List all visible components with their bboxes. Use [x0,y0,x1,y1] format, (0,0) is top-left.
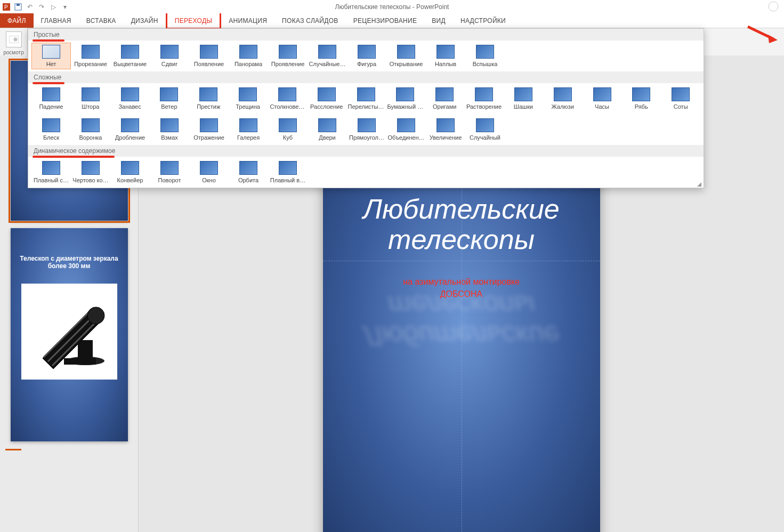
transition-дробление[interactable]: Дробление [110,116,150,143]
transition-падение[interactable]: Падение [31,85,71,112]
transition-thumb-icon [200,45,218,59]
transition-объединен[interactable]: Объединен… [386,116,426,143]
transition-прямоугол[interactable]: Прямоугол… [347,116,386,143]
transition-соты[interactable]: Соты [661,85,700,112]
transition-label: Рябь [635,103,648,110]
transition-воронка[interactable]: Воронка [71,116,110,143]
transition-блеск[interactable]: Блеск [31,116,71,143]
window-help-icon[interactable] [768,1,779,12]
transition-ветер[interactable]: Ветер [149,85,189,112]
transition-label: Трещина [236,103,260,110]
transition-label: Чертово ко… [72,177,108,183]
transition-орбита[interactable]: Орбита [229,159,268,186]
tab-transitions[interactable]: ПЕРЕХОДЫ [166,12,221,29]
transition-бумажный[interactable]: Бумажный … [385,85,425,112]
transition-label: Шашки [514,103,533,110]
gallery-header-complex-text: Сложные [34,74,61,81]
transition-thumb-icon [42,118,60,132]
thumbnail-slide-3-edge[interactable] [5,449,21,453]
transition-двери[interactable]: Двери [308,116,347,143]
transition-label: Столкнове… [270,103,304,110]
transition-открывание[interactable]: Открывание [386,43,426,69]
transition-проявление[interactable]: Проявление [268,43,308,69]
transition-thumb-icon [82,87,100,101]
slideshow-start-icon[interactable]: ▷ [49,3,58,11]
transition-взмах[interactable]: Взмах [150,116,189,143]
transition-перелисты[interactable]: Перелисты… [346,85,386,112]
transition-thumb-icon [279,45,297,59]
transition-растворение[interactable]: Растворение [464,85,504,112]
main-slide[interactable]: Любительские телескопы на азимутальной м… [323,173,600,532]
transition-thumb-icon [160,87,178,101]
tab-home[interactable]: ГЛАВНАЯ [34,13,79,28]
qat-dropdown-icon[interactable]: ▾ [61,3,69,11]
transition-столкнове[interactable]: Столкнове… [268,85,307,112]
transition-label: Сдвиг [161,61,177,67]
transition-label: Шторa [82,103,99,110]
transition-label: Орбита [238,177,258,183]
transition-появление[interactable]: Появление [189,43,229,69]
tab-insert[interactable]: ВСТАВКА [79,13,124,28]
transition-label: Прорезание [74,61,107,67]
transition-сдвиг[interactable]: Сдвиг [150,43,189,69]
transition-престиж[interactable]: Престиж [189,85,228,112]
undo-icon[interactable]: ↶ [26,3,34,11]
save-icon[interactable] [14,3,22,11]
thumbnail-slide-2[interactable]: Телескоп с диаметром зеркала более 300 м… [11,228,128,441]
transition-галерея[interactable]: Галерея [229,116,268,143]
gallery-header-complex: Сложные [28,71,704,83]
transition-label: Выцветание [114,61,147,67]
transition-случайный[interactable]: Случайный [465,116,505,143]
redo-icon[interactable]: ↷ [37,3,46,11]
transition-label: Объединен… [387,134,424,141]
transition-label: Вспышка [473,61,498,67]
preview-group[interactable]: росмотр [0,28,28,59]
transition-увеличение[interactable]: Увеличение [426,116,465,143]
transition-наплыв[interactable]: Наплыв [426,43,465,69]
transition-рябь[interactable]: Рябь [621,85,661,112]
transitions-gallery: Простые НетПрорезаниеВыцветаниеСдвигПояв… [28,28,704,188]
transition-чертовоко[interactable]: Чертово ко… [71,159,110,186]
tab-view[interactable]: ВИД [424,13,453,28]
transition-label: Жалюзи [552,103,574,110]
transition-label: Галерея [237,134,260,141]
tab-design[interactable]: ДИЗАЙН [124,13,166,28]
transition-плавныйв[interactable]: Плавный в… [268,159,308,186]
transition-случайные[interactable]: Случайные… [308,43,347,69]
transition-трещина[interactable]: Трещина [228,85,268,112]
tab-file[interactable]: ФАЙЛ [0,13,34,28]
tab-review[interactable]: РЕЦЕНЗИРОВАНИЕ [346,13,425,28]
transition-куб[interactable]: Куб [268,116,308,143]
transition-расслоение[interactable]: Расслоение [307,85,346,112]
transition-оригами[interactable]: Оригами [425,85,464,112]
transition-вспышка[interactable]: Вспышка [465,43,505,69]
transition-thumb-icon [239,45,257,59]
transition-жалюзи[interactable]: Жалюзи [543,85,583,112]
transition-thumb-icon [475,87,493,101]
tab-addins[interactable]: НАДСТРОЙКИ [453,13,513,28]
transition-конвейер[interactable]: Конвейер [110,159,150,186]
transition-панорама[interactable]: Панорама [229,43,268,69]
transition-thumb-icon [239,118,257,132]
transition-label: Куб [283,134,293,141]
transition-фигура[interactable]: Фигура [347,43,386,69]
transition-thumb-icon [318,118,336,132]
transition-плавныйс[interactable]: Плавный с… [31,159,71,186]
transition-отражение[interactable]: Отражение [189,116,229,143]
gallery-resize-grip-icon[interactable] [696,181,701,187]
transition-часы[interactable]: Часы [583,85,622,112]
transition-нет[interactable]: Нет [31,43,71,69]
svg-text:P: P [4,4,8,10]
transition-поворот[interactable]: Поворот [150,159,189,186]
transition-label: Оригами [433,103,456,110]
transition-окно[interactable]: Окно [189,159,229,186]
tab-slideshow[interactable]: ПОКАЗ СЛАЙДОВ [274,13,346,28]
transition-выцветание[interactable]: Выцветание [110,43,150,69]
transition-шашки[interactable]: Шашки [504,85,543,112]
thumb2-image [21,284,117,380]
transition-занавес[interactable]: Занавес [110,85,150,112]
transition-шторa[interactable]: Шторa [71,85,110,112]
tab-animation[interactable]: АНИМАЦИЯ [221,13,274,28]
transition-прорезание[interactable]: Прорезание [71,43,110,69]
transition-thumb-icon [514,87,532,101]
